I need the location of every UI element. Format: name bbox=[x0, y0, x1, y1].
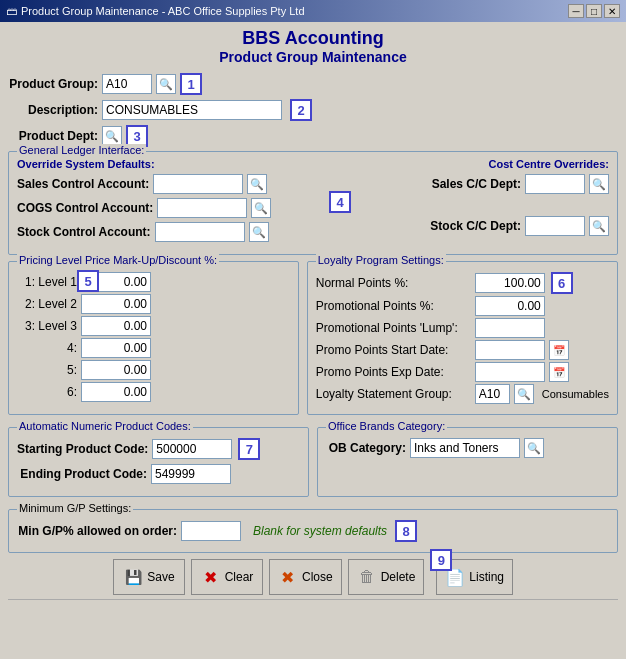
level3-input[interactable] bbox=[81, 316, 151, 336]
badge-7: 7 bbox=[238, 438, 260, 460]
level2-label: 2: Level 2 bbox=[17, 297, 77, 311]
cogs-control-label: COGS Control Account: bbox=[17, 201, 153, 215]
starting-code-input[interactable] bbox=[152, 439, 232, 459]
auto-ob-section: Automatic Numeric Product Codes: Startin… bbox=[8, 427, 618, 503]
ending-code-input[interactable] bbox=[151, 464, 231, 484]
close-button[interactable]: ✖ Close bbox=[269, 559, 342, 595]
product-dept-label: Product Dept: bbox=[8, 129, 98, 143]
ob-category-search-button[interactable]: 🔍 bbox=[524, 438, 544, 458]
maximize-button[interactable]: □ bbox=[586, 4, 602, 18]
promo-start-label: Promo Points Start Date: bbox=[316, 343, 471, 357]
save-label: Save bbox=[147, 570, 174, 584]
badge-1: 1 bbox=[180, 73, 202, 95]
sales-cc-dept-search-button[interactable]: 🔍 bbox=[589, 174, 609, 194]
ob-category-input[interactable] bbox=[410, 438, 520, 458]
sales-control-input[interactable] bbox=[153, 174, 243, 194]
ob-category-row: OB Category: 🔍 bbox=[326, 438, 609, 458]
level5-label: 5: bbox=[17, 363, 77, 377]
badge-6: 6 bbox=[551, 272, 573, 294]
min-gp-hint: Blank for system defaults bbox=[253, 524, 387, 538]
sales-cc-dept-label: Sales C/C Dept: bbox=[431, 177, 521, 191]
promo-exp-input[interactable] bbox=[475, 362, 545, 382]
product-group-input[interactable] bbox=[102, 74, 152, 94]
listing-label: Listing bbox=[469, 570, 504, 584]
promo-start-calendar-button[interactable]: 📅 bbox=[549, 340, 569, 360]
button-bar: 💾 Save ✖ Clear ✖ Close 🗑 Delete 9 📄 List… bbox=[8, 559, 618, 595]
product-group-search-button[interactable]: 🔍 bbox=[156, 74, 176, 94]
level5-input[interactable] bbox=[81, 360, 151, 380]
badge-2: 2 bbox=[290, 99, 312, 121]
badge-9: 9 bbox=[430, 549, 452, 571]
sales-control-row: Sales Control Account: 🔍 bbox=[17, 174, 271, 194]
loyalty-statement-code-input[interactable] bbox=[475, 384, 510, 404]
auto-code-title: Automatic Numeric Product Codes: bbox=[17, 420, 193, 432]
cogs-control-search-button[interactable]: 🔍 bbox=[251, 198, 271, 218]
min-gp-label: Min G/P% allowed on order: bbox=[17, 524, 177, 538]
promo-points-label: Promotional Points %: bbox=[316, 299, 471, 313]
normal-points-label: Normal Points %: bbox=[316, 276, 471, 290]
status-bar bbox=[8, 599, 618, 619]
ob-category-group: Office Brands Category: OB Category: 🔍 bbox=[317, 427, 618, 497]
ob-category-label: OB Category: bbox=[326, 441, 406, 455]
level6-label: 6: bbox=[17, 385, 77, 399]
promo-start-input[interactable] bbox=[475, 340, 545, 360]
badge-5: 5 bbox=[77, 270, 99, 292]
app-subtitle: Product Group Maintenance bbox=[8, 49, 618, 65]
stock-cc-dept-row: Stock C/C Dept: 🔍 bbox=[409, 216, 609, 236]
badge-8: 8 bbox=[395, 520, 417, 542]
min-gp-group: Minimum G/P Settings: Min G/P% allowed o… bbox=[8, 509, 618, 553]
stock-cc-dept-search-button[interactable]: 🔍 bbox=[589, 216, 609, 236]
cost-centre-title: Cost Centre Overrides: bbox=[409, 158, 609, 170]
level3-row: 3: Level 3 bbox=[17, 316, 290, 336]
app-title: BBS Accounting bbox=[8, 22, 618, 49]
override-title: Override System Defaults: bbox=[17, 158, 271, 170]
level3-label: 3: Level 3 bbox=[17, 319, 77, 333]
badge-4: 4 bbox=[329, 191, 351, 213]
stock-cc-dept-input[interactable] bbox=[525, 216, 585, 236]
loyalty-statement-search-button[interactable]: 🔍 bbox=[514, 384, 534, 404]
ob-category-title: Office Brands Category: bbox=[326, 420, 447, 432]
starting-code-row: Starting Product Code: 7 bbox=[17, 438, 300, 460]
save-button[interactable]: 💾 Save bbox=[113, 559, 185, 595]
level4-input[interactable] bbox=[81, 338, 151, 358]
loyalty-title: Loyalty Program Settings: bbox=[316, 254, 446, 266]
normal-points-input[interactable] bbox=[475, 273, 545, 293]
level1-label: 1: Level 1 bbox=[17, 275, 77, 289]
level2-input[interactable] bbox=[81, 294, 151, 314]
clear-icon: ✖ bbox=[201, 567, 221, 587]
gl-interface-group: General Ledger Interface: Override Syste… bbox=[8, 151, 618, 255]
stock-control-search-button[interactable]: 🔍 bbox=[249, 222, 269, 242]
min-gp-input[interactable] bbox=[181, 521, 241, 541]
sales-control-label: Sales Control Account: bbox=[17, 177, 149, 191]
promo-exp-row: Promo Points Exp Date: 📅 bbox=[316, 362, 609, 382]
product-dept-search-button[interactable]: 🔍 bbox=[102, 126, 122, 146]
promo-points-input[interactable] bbox=[475, 296, 545, 316]
title-bar-text: Product Group Maintenance - ABC Office S… bbox=[21, 5, 305, 17]
loyalty-statement-row: Loyalty Statement Group: 🔍 Consumables bbox=[316, 384, 609, 404]
stock-control-input[interactable] bbox=[155, 222, 245, 242]
sales-cc-dept-input[interactable] bbox=[525, 174, 585, 194]
promo-exp-label: Promo Points Exp Date: bbox=[316, 365, 471, 379]
window-close-button[interactable]: ✕ bbox=[604, 4, 620, 18]
level6-row: 6: bbox=[17, 382, 290, 402]
loyalty-statement-label: Loyalty Statement Group: bbox=[316, 387, 471, 401]
level2-row: 2: Level 2 bbox=[17, 294, 290, 314]
sales-control-search-button[interactable]: 🔍 bbox=[247, 174, 267, 194]
cogs-control-input[interactable] bbox=[157, 198, 247, 218]
min-gp-title: Minimum G/P Settings: bbox=[17, 502, 133, 514]
clear-button[interactable]: ✖ Clear bbox=[191, 559, 263, 595]
promo-exp-calendar-button[interactable]: 📅 bbox=[549, 362, 569, 382]
close-label: Close bbox=[302, 570, 333, 584]
stock-control-row: Stock Control Account: 🔍 bbox=[17, 222, 271, 242]
ending-code-label: Ending Product Code: bbox=[17, 467, 147, 481]
sales-cc-dept-row: Sales C/C Dept: 🔍 bbox=[409, 174, 609, 194]
level6-input[interactable] bbox=[81, 382, 151, 402]
loyalty-statement-desc: Consumables bbox=[542, 388, 609, 400]
delete-button[interactable]: 🗑 Delete bbox=[348, 559, 425, 595]
minimize-button[interactable]: ─ bbox=[568, 4, 584, 18]
level1-row: 1: Level 1 bbox=[17, 272, 290, 292]
description-input[interactable] bbox=[102, 100, 282, 120]
normal-points-row: Normal Points %: 6 bbox=[316, 272, 609, 294]
promo-lump-input[interactable] bbox=[475, 318, 545, 338]
title-bar: 🗃 Product Group Maintenance - ABC Office… bbox=[0, 0, 626, 22]
